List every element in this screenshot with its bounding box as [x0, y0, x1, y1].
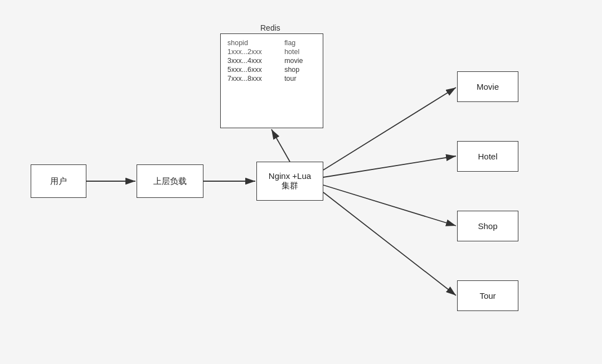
- hotel-label: Hotel: [478, 152, 497, 161]
- svg-line-4: [271, 129, 290, 162]
- svg-line-6: [323, 156, 456, 177]
- tour-label: Tour: [479, 291, 496, 300]
- svg-line-8: [323, 192, 456, 295]
- redis-row: 5xxx...6xxxshop: [227, 65, 316, 74]
- redis-col-shopid: shopid: [227, 38, 278, 47]
- box-hotel: Hotel: [457, 141, 518, 172]
- svg-line-7: [323, 185, 456, 226]
- shop-label: Shop: [478, 221, 497, 231]
- box-shop: Shop: [457, 211, 518, 241]
- redis-row: 1xxx...2xxxhotel: [227, 47, 316, 56]
- redis-row: 7xxx...8xxxtour: [227, 74, 316, 83]
- diagram-container: Redis 用户 上层负载 Nginx +Lua 集群 shopid flag …: [0, 0, 602, 364]
- nginx-label: Nginx +Lua 集群: [269, 171, 311, 191]
- user-label: 用户: [50, 176, 67, 187]
- box-user: 用户: [31, 164, 86, 198]
- redis-label: Redis: [260, 23, 280, 32]
- redis-row: 3xxx...4xxxmovie: [227, 56, 316, 65]
- lb-label: 上层负载: [153, 176, 187, 187]
- box-movie: Movie: [457, 71, 518, 102]
- redis-col-flag: flag: [278, 38, 316, 47]
- box-redis: shopid flag 1xxx...2xxxhotel3xxx...4xxxm…: [220, 33, 323, 128]
- redis-table: shopid flag 1xxx...2xxxhotel3xxx...4xxxm…: [227, 38, 316, 83]
- svg-line-5: [323, 88, 456, 170]
- box-lb: 上层负载: [137, 164, 203, 198]
- box-nginx: Nginx +Lua 集群: [256, 162, 323, 201]
- box-tour: Tour: [457, 280, 518, 311]
- movie-label: Movie: [477, 82, 499, 91]
